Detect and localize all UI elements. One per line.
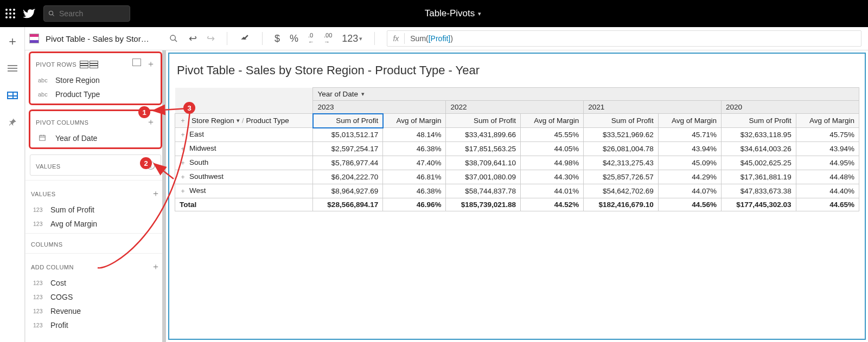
pivot-row-product-type[interactable]: abcProduct Type xyxy=(30,87,161,101)
table-cell[interactable]: $58,744,837.78 xyxy=(446,184,521,198)
formula-bar[interactable]: fx Sum([Profit]) xyxy=(387,30,861,47)
page-tab-title[interactable]: Pivot Table - Sales by Stor… xyxy=(46,34,165,43)
decrease-decimal-button[interactable]: .0← xyxy=(308,32,314,45)
table-cell[interactable]: $37,001,080.09 xyxy=(446,170,521,184)
addcol-revenue[interactable]: 123Revenue xyxy=(25,304,165,318)
pin-icon[interactable] xyxy=(6,116,19,129)
pivot-column-year-of-date[interactable]: Year of Date xyxy=(30,131,161,145)
addcol-cost[interactable]: 123Cost xyxy=(25,276,165,290)
outline-icon[interactable] xyxy=(6,62,19,75)
year-2022[interactable]: 2022 xyxy=(446,101,584,114)
col-avg-margin-2023[interactable]: Avg of Margin xyxy=(383,114,446,128)
table-cell[interactable]: 47.40% xyxy=(383,156,446,170)
undo-button[interactable]: ↩ xyxy=(189,33,197,44)
table-cell[interactable]: 48.14% xyxy=(383,128,446,142)
col-avg-margin-2021[interactable]: Avg of Margin xyxy=(658,114,721,128)
table-cell[interactable]: 44.48% xyxy=(796,170,859,184)
table-cell[interactable]: 45.75% xyxy=(796,128,859,142)
expand-row-icon[interactable]: ＋ xyxy=(180,131,186,138)
table-row[interactable]: ＋South$5,786,977.4447.40%$38,709,641.104… xyxy=(175,156,859,170)
table-cell[interactable]: $34,614,003.26 xyxy=(722,142,796,156)
col-sum-profit-2021[interactable]: Sum of Profit xyxy=(584,114,659,128)
add-column-button[interactable]: ＋ xyxy=(151,261,161,273)
expand-row-icon[interactable]: ＋ xyxy=(180,187,186,195)
year-2023[interactable]: 2023 xyxy=(313,101,446,114)
value-sum-of-profit[interactable]: 123Sum of Profit xyxy=(25,203,165,217)
table-cell[interactable]: $54,642,702.69 xyxy=(584,184,659,198)
table-cell[interactable]: $25,857,726.57 xyxy=(584,170,659,184)
year-2021[interactable]: 2021 xyxy=(584,101,722,114)
table-view-icon[interactable] xyxy=(6,89,19,102)
currency-format-button[interactable]: $ xyxy=(275,33,280,44)
table-cell[interactable]: 45.71% xyxy=(658,128,721,142)
table-cell[interactable]: 44.05% xyxy=(521,142,584,156)
table-cell[interactable]: 44.95% xyxy=(796,156,859,170)
expand-row-icon[interactable]: ＋ xyxy=(180,159,186,166)
table-cell[interactable]: $17,851,563.25 xyxy=(446,142,521,156)
table-cell[interactable]: 44.98% xyxy=(521,156,584,170)
table-cell[interactable]: 46.81% xyxy=(383,170,446,184)
table-cell[interactable]: $8,964,927.69 xyxy=(313,184,383,198)
global-search-input[interactable] xyxy=(59,9,125,18)
table-cell[interactable]: $33,521,969.62 xyxy=(584,128,659,142)
table-row[interactable]: ＋Midwest$2,597,254.1746.38%$17,851,563.2… xyxy=(175,142,859,156)
add-page-button[interactable]: ＋ xyxy=(6,35,19,48)
expand-row-icon[interactable]: ＋ xyxy=(180,145,186,152)
col-sum-profit-2022[interactable]: Sum of Profit xyxy=(446,114,521,128)
table-cell[interactable]: $45,002,625.25 xyxy=(722,156,796,170)
percent-format-button[interactable]: % xyxy=(290,33,298,44)
add-value-button[interactable]: ＋ xyxy=(151,188,161,199)
add-pivot-row-button[interactable]: ＋ xyxy=(146,59,156,70)
document-menu-chevron-icon[interactable]: ▾ xyxy=(478,10,481,17)
col-avg-margin-2022[interactable]: Avg of Margin xyxy=(521,114,584,128)
table-cell[interactable]: $5,013,512.17 xyxy=(313,128,383,142)
global-search[interactable] xyxy=(43,5,130,22)
number-format-menu[interactable]: 123 ▾ xyxy=(342,33,362,44)
table-cell[interactable]: $38,709,641.10 xyxy=(446,156,521,170)
chevron-down-icon[interactable]: ▾ xyxy=(361,91,365,98)
col-sum-profit-2023[interactable]: Sum of Profit xyxy=(313,114,383,128)
table-cell[interactable]: $6,204,222.70 xyxy=(313,170,383,184)
col-avg-margin-2020[interactable]: Avg of Margin xyxy=(796,114,859,128)
increase-decimal-button[interactable]: .00→ xyxy=(324,32,332,45)
table-row[interactable]: ＋East$5,013,512.1748.14%$33,431,899.6645… xyxy=(175,128,859,142)
page-search-icon[interactable] xyxy=(169,34,178,43)
table-cell[interactable]: $17,361,881.19 xyxy=(722,170,796,184)
table-cell[interactable]: 44.29% xyxy=(658,170,721,184)
addcol-cogs[interactable]: 123COGS xyxy=(25,290,165,304)
table-cell[interactable]: 43.94% xyxy=(796,142,859,156)
table-row[interactable]: ＋Southwest$6,204,222.7046.81%$37,001,080… xyxy=(175,170,859,184)
table-cell[interactable]: $42,313,275.43 xyxy=(584,156,659,170)
document-title[interactable]: Table-Pivots xyxy=(425,8,475,19)
table-cell[interactable]: $33,431,899.66 xyxy=(446,128,521,142)
row-field-store-region[interactable]: Store Region xyxy=(192,117,234,125)
add-pivot-column-button[interactable]: ＋ xyxy=(146,117,156,128)
table-cell[interactable]: $26,081,004.78 xyxy=(584,142,659,156)
table-cell[interactable]: 44.07% xyxy=(658,184,721,198)
table-cell[interactable]: $2,597,254.17 xyxy=(313,142,383,156)
pivot-row-store-region[interactable]: abcStore Region xyxy=(30,73,161,87)
table-layout-icon[interactable] xyxy=(132,59,141,66)
paint-format-button[interactable] xyxy=(239,33,250,44)
table-cell[interactable]: 44.40% xyxy=(796,184,859,198)
apps-grid-icon[interactable] xyxy=(5,9,15,18)
col-sum-profit-2020[interactable]: Sum of Profit xyxy=(722,114,796,128)
value-avg-of-margin[interactable]: 123Avg of Margin xyxy=(25,217,165,231)
table-cell[interactable]: $5,786,977.44 xyxy=(313,156,383,170)
table-cell[interactable]: 44.30% xyxy=(521,170,584,184)
expand-all-icon[interactable]: ＋ xyxy=(180,116,186,125)
table-cell[interactable]: 45.55% xyxy=(521,128,584,142)
row-layout-icons[interactable] xyxy=(80,61,98,68)
addcol-profit[interactable]: 123Profit xyxy=(25,318,165,332)
pivot-table[interactable]: Year of Date ▾ 2023 2022 2021 2020 xyxy=(175,87,859,211)
table-cell[interactable]: 43.94% xyxy=(658,142,721,156)
panel-resize-handle[interactable] xyxy=(162,50,165,342)
year-2020[interactable]: 2020 xyxy=(722,101,859,114)
table-cell[interactable]: 46.38% xyxy=(383,184,446,198)
brand-logo-icon[interactable] xyxy=(22,7,36,21)
table-cell[interactable]: $32,633,118.95 xyxy=(722,128,796,142)
expand-row-icon[interactable]: ＋ xyxy=(180,173,186,180)
table-cell[interactable]: 45.09% xyxy=(658,156,721,170)
row-field-product-type[interactable]: Product Type xyxy=(246,117,289,125)
table-cell[interactable]: $47,833,673.38 xyxy=(722,184,796,198)
